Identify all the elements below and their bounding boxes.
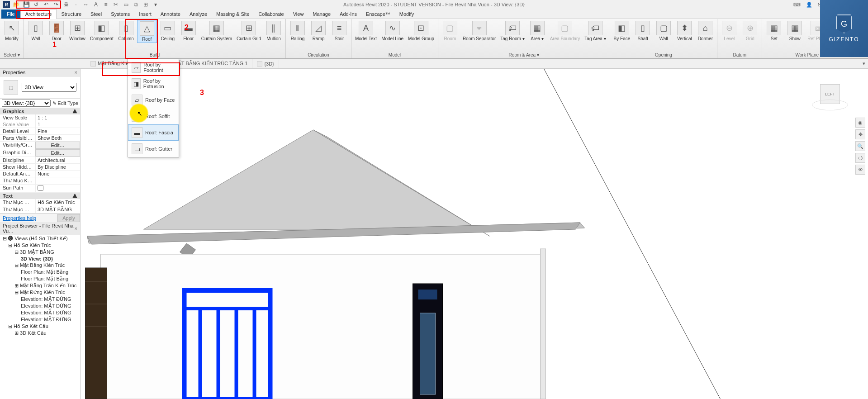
wall-opening-button[interactable]: ▢Wall [654, 20, 674, 42]
tab-view[interactable]: View [289, 10, 308, 19]
tab-addins[interactable]: Add-Ins [335, 10, 361, 19]
ceiling-button[interactable]: ▭Ceiling [158, 20, 178, 42]
save-icon[interactable]: 💾 [23, 1, 30, 8]
dim-icon[interactable]: ↔ [82, 1, 90, 8]
undo-icon[interactable]: ↶ [43, 1, 50, 8]
roof-button[interactable]: △Roof [137, 20, 157, 43]
prop-val[interactable]: Show Both [35, 135, 80, 141]
tree-node[interactable]: ⊟ Hồ Sơ Kết Cấu [0, 323, 80, 330]
door-button[interactable]: 🚪Door [47, 20, 66, 42]
prop-val[interactable]: Architectural [35, 157, 80, 163]
orbit-icon[interactable]: ⭯ [855, 153, 865, 163]
grid-button[interactable]: ⊕Grid [740, 20, 760, 42]
tree-node-active[interactable]: 3D View: {3D} [0, 256, 80, 262]
switch-windows-icon[interactable]: ⊞ [142, 1, 149, 8]
align-icon[interactable]: ≡ [102, 1, 109, 8]
roof-gutter-item[interactable]: ⌴Roof: Gutter [128, 141, 179, 157]
level-button[interactable]: ⊖Level [719, 20, 739, 42]
tag-area-button[interactable]: 🏷Tag Area ▾ [583, 20, 607, 42]
set-button[interactable]: ▦Set [764, 20, 784, 42]
tree-node[interactable]: Elevation: MẶT ĐỨNG [0, 303, 80, 309]
prop-val[interactable] [35, 177, 80, 184]
window-button[interactable]: ⊞Window [67, 20, 87, 42]
look-icon[interactable]: 👁 [855, 165, 865, 175]
group-label-room-area[interactable]: Room & Area ▾ [440, 52, 608, 58]
category-graphics[interactable]: Graphics⯅ [0, 108, 80, 114]
app-logo-icon[interactable]: R [3, 1, 10, 8]
mullion-button[interactable]: ‖Mullion [264, 20, 284, 42]
tree-node[interactable]: Elevation: MẶT ĐỨNG [0, 316, 80, 323]
tab-architecture[interactable]: Architecture [20, 9, 57, 19]
zoom-icon[interactable]: 🔍 [855, 141, 865, 151]
tab-collaborate[interactable]: Collaborate [254, 10, 288, 19]
tree-node[interactable]: Floor Plan: Mặt Bằng [0, 269, 80, 276]
viewcube-compass[interactable] [812, 100, 848, 110]
open-icon[interactable]: 📂 [13, 1, 20, 8]
tree-node[interactable]: ⊟ 3D MẶT BẰNG [0, 249, 80, 256]
close-inactive-icon[interactable]: ⧉ [132, 1, 139, 8]
section-icon[interactable]: ✂ [112, 1, 119, 8]
user-icon[interactable]: 👤 [806, 2, 812, 8]
tag-room-button[interactable]: 🏷Tag Room ▾ [498, 20, 526, 42]
roof-fascia-item[interactable]: ▬Roof: Fascia [128, 124, 179, 141]
apply-button[interactable]: Apply [57, 214, 80, 222]
curtain-system-button[interactable]: ▦Curtain System [199, 20, 234, 42]
by-face-button[interactable]: ◧By Face [612, 20, 632, 42]
sunpath-checkbox[interactable] [38, 185, 43, 191]
tree-node[interactable]: ⊞ Mặt Bằng Trần Kiến Trúc [0, 282, 80, 289]
tree-node[interactable]: ⊞ 3D Kết Cấu [0, 330, 80, 337]
prop-val[interactable]: None [35, 171, 80, 177]
room-button[interactable]: ▢Room [440, 20, 460, 42]
column-button[interactable]: ▯Column [116, 20, 136, 42]
tree-node[interactable]: ⊟ Mặt Bằng Kiến Trúc [0, 262, 80, 269]
railing-button[interactable]: ⦀Railing [288, 20, 308, 42]
vertical-button[interactable]: ⬍Vertical [674, 20, 694, 42]
prop-val[interactable]: 3D MẶT BẰNG [35, 206, 80, 213]
measure-icon[interactable]: · [72, 1, 80, 8]
show-button[interactable]: ▦Show [785, 20, 805, 42]
viewcube[interactable]: LEFT [812, 76, 848, 112]
model-line-button[interactable]: ∿Model Line [379, 20, 405, 42]
area-button[interactable]: ▦Area ▾ [527, 20, 547, 42]
prop-val-button[interactable]: Edit… [35, 142, 80, 149]
room-sep-button[interactable]: ⫟Room Separator [461, 20, 498, 42]
thin-lines-icon[interactable]: ▭ [122, 1, 129, 8]
properties-help-link[interactable]: Properties help [0, 214, 57, 222]
type-select[interactable]: 3D View [22, 83, 76, 92]
roof-by-extrusion-item[interactable]: ◨Roof by Extrusion [128, 76, 179, 92]
tab-annotate[interactable]: Annotate [156, 10, 185, 19]
tab-insert[interactable]: Insert [134, 10, 156, 19]
tab-steel[interactable]: Steel [86, 10, 106, 19]
qat-customize-icon[interactable]: ▾ [152, 1, 159, 8]
edit-type-button[interactable]: Edit Type [52, 100, 78, 107]
prop-val[interactable]: 1 : 1 [35, 114, 80, 121]
tab-enscape[interactable]: Enscape™ [361, 10, 395, 19]
tab-analyze[interactable]: Analyze [185, 10, 212, 19]
curtain-grid-button[interactable]: ⊞Curtain Grid [235, 20, 263, 42]
keyin-icon[interactable]: ⌨ [793, 2, 801, 8]
filter-select[interactable]: 3D View: {3D} [2, 100, 51, 107]
print-icon[interactable]: 🖶 [62, 1, 70, 8]
tree-node[interactable]: ⊟ Hồ Sơ Kiến Trúc [0, 242, 80, 249]
project-browser[interactable]: ⊟ ⓿ Views (Hồ Sơ Thiết Kế) ⊟ Hồ Sơ Kiến … [0, 235, 80, 399]
modify-button[interactable]: ↖Modify [2, 20, 22, 42]
close-icon[interactable]: × [75, 226, 77, 231]
group-label-select[interactable]: Select ▾ [2, 52, 22, 58]
pan-icon[interactable]: ✥ [855, 129, 865, 139]
prop-val[interactable]: Fine [35, 128, 80, 134]
full-nav-wheel-icon[interactable]: ◉ [855, 118, 865, 128]
tab-systems[interactable]: Systems [106, 10, 134, 19]
file-tab[interactable]: File [1, 10, 20, 19]
roof-by-footprint-item[interactable]: ▱Roof by Footprint [128, 59, 179, 76]
close-icon[interactable]: × [75, 70, 77, 75]
type-selector[interactable]: ⬚ 3D View [0, 76, 80, 98]
doc-tab-3[interactable]: {3D} [252, 60, 279, 68]
sync-icon[interactable]: ↺ [33, 1, 40, 8]
component-button[interactable]: ◧Component [88, 20, 115, 42]
category-text[interactable]: Text⯅ [0, 193, 80, 199]
area-boundary-button[interactable]: ▢Area Boundary [548, 20, 582, 42]
tab-structure[interactable]: Structure [57, 10, 86, 19]
model-group-button[interactable]: ⊡Model Group [406, 20, 436, 42]
text-icon[interactable]: A [92, 1, 100, 8]
tree-node[interactable]: ⊟ ⓿ Views (Hồ Sơ Thiết Kế) [0, 235, 80, 242]
